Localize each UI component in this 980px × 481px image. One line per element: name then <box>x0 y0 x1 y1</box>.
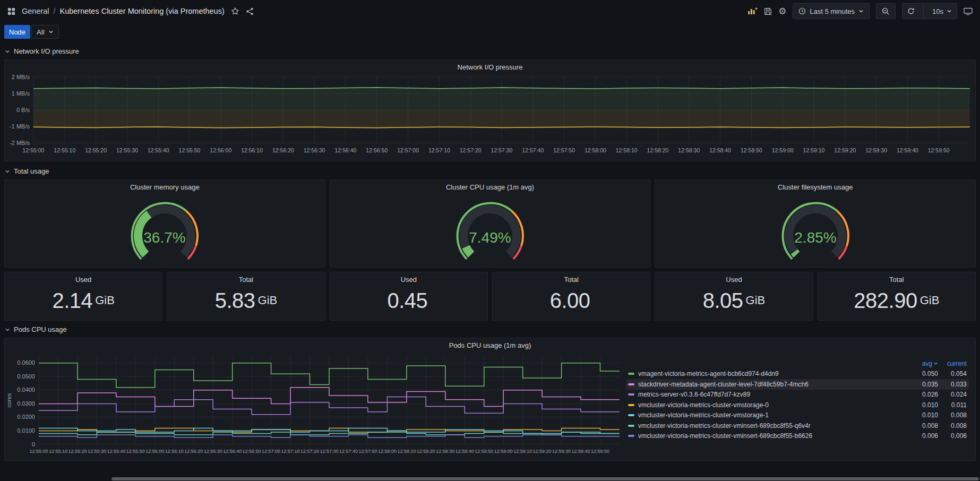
variable-value-dropdown[interactable]: All <box>31 25 58 39</box>
svg-text:7.49%: 7.49% <box>469 229 511 246</box>
row-header-total-usage[interactable]: Total usage <box>4 165 976 178</box>
memory-gauge[interactable]: 36.7% <box>101 194 228 267</box>
svg-text:12:59:10: 12:59:10 <box>513 449 532 454</box>
svg-text:12:59:00: 12:59:00 <box>772 147 794 153</box>
chevron-down-icon <box>858 8 864 14</box>
svg-text:12:56:40: 12:56:40 <box>335 147 357 153</box>
network-chart[interactable]: 12:55:0012:55:1012:55:2012:55:3012:55:40… <box>5 74 975 161</box>
panel-title[interactable]: Total <box>493 272 650 286</box>
stat-unit: GiB <box>258 294 278 307</box>
cpu-gauge[interactable]: 7.49% <box>426 194 554 267</box>
svg-text:12:56:30: 12:56:30 <box>204 449 222 454</box>
panel-cpu-total: Total 6.00 <box>492 272 650 321</box>
series-current: 0.006 <box>938 432 967 440</box>
series-color-swatch <box>628 404 634 406</box>
series-name[interactable]: vmagent-victoria-metrics-agent-bcb6cd974… <box>638 370 909 377</box>
clock-icon <box>798 7 806 15</box>
svg-text:0.0600: 0.0600 <box>17 359 35 366</box>
panel-title[interactable]: Cluster filesystem usage <box>655 180 975 194</box>
dashboard-title[interactable]: Kubernetes Cluster Monitoring (via Prome… <box>59 7 224 15</box>
share-icon[interactable] <box>246 7 254 15</box>
svg-text:12:57:30: 12:57:30 <box>320 449 338 454</box>
chevron-down-icon <box>4 168 11 175</box>
panel-title[interactable]: Used <box>330 272 487 286</box>
svg-text:12:58:10: 12:58:10 <box>397 449 416 454</box>
svg-text:12:57:40: 12:57:40 <box>522 147 544 153</box>
panel-title[interactable]: Used <box>655 272 812 286</box>
row-title: Total usage <box>14 167 49 175</box>
legend-sort-avg[interactable]: avg <box>909 360 938 367</box>
panel-title[interactable]: Cluster CPU usage (1m avg) <box>330 180 650 194</box>
refresh-button[interactable] <box>902 4 919 19</box>
star-icon[interactable] <box>231 7 239 15</box>
panel-title[interactable]: Total <box>818 272 975 286</box>
filesystem-gauge[interactable]: 2.85% <box>752 194 879 267</box>
series-color-swatch <box>628 414 634 416</box>
horizontal-scrollbar[interactable] <box>111 477 979 480</box>
panel-cluster-cpu-gauge: Cluster CPU usage (1m avg) 7.49% <box>330 179 651 268</box>
svg-text:0.0500: 0.0500 <box>17 373 35 380</box>
refresh-icon <box>907 7 915 15</box>
stat-unit: GiB <box>746 294 766 307</box>
series-color-swatch <box>628 373 634 375</box>
panel-memory-total: Total 5.83 GiB <box>167 272 325 321</box>
breadcrumb-separator: / <box>54 7 56 15</box>
panel-filesystem-used: Used 8.05 GiB <box>655 272 813 321</box>
panel-title[interactable]: Pods CPU usage (1m avg) <box>5 338 975 352</box>
svg-text:12:59:00: 12:59:00 <box>494 449 513 454</box>
svg-text:12:56:50: 12:56:50 <box>366 147 388 153</box>
series-current: 0.008 <box>938 422 967 430</box>
series-current: 0.011 <box>938 401 967 409</box>
apps-grid-icon[interactable] <box>7 7 15 15</box>
gauge-row: Cluster memory usage 36.7% Cluster CPU u… <box>4 179 976 268</box>
series-name[interactable]: vmcluster-victoria-metrics-cluster-vmins… <box>638 432 909 440</box>
zoom-out-button[interactable] <box>876 3 896 19</box>
panel-pods-cpu: Pods CPU usage (1m avg) 12:55:0012:55:10… <box>4 338 976 461</box>
series-avg: 0.010 <box>909 411 938 419</box>
svg-text:12:55:40: 12:55:40 <box>148 147 169 153</box>
row-header-network[interactable]: Network I/O pressure <box>4 45 976 58</box>
stat-value: 2.14 <box>52 289 92 313</box>
kiosk-mode-icon[interactable] <box>964 7 973 15</box>
pods-cpu-chart[interactable]: 12:55:0012:55:1012:55:2012:55:3012:55:40… <box>5 352 623 458</box>
svg-text:12:59:20: 12:59:20 <box>834 147 856 153</box>
save-dashboard-icon[interactable] <box>764 7 772 15</box>
svg-text:12:55:20: 12:55:20 <box>85 147 107 153</box>
add-panel-icon[interactable] <box>747 7 758 15</box>
pods-legend: avgcurrentvmagent-victoria-metrics-agent… <box>623 352 975 441</box>
svg-text:12:57:20: 12:57:20 <box>300 449 319 454</box>
svg-text:12:57:40: 12:57:40 <box>339 449 358 454</box>
series-name[interactable]: metrics-server-v0.3.6-6c47ffd7d7-kzv89 <box>638 391 909 398</box>
svg-text:12:57:10: 12:57:10 <box>428 147 450 153</box>
time-range-picker[interactable]: Last 5 minutes <box>793 3 870 19</box>
svg-text:12:55:50: 12:55:50 <box>179 147 201 153</box>
svg-text:12:55:30: 12:55:30 <box>116 147 138 153</box>
svg-text:12:59:30: 12:59:30 <box>865 147 887 153</box>
series-name[interactable]: vmcluster-victoria-metrics-cluster-vmsto… <box>638 401 909 409</box>
series-name[interactable]: stackdriver-metadata-agent-cluster-level… <box>638 381 909 388</box>
svg-text:12:56:10: 12:56:10 <box>241 147 263 153</box>
svg-text:12:58:50: 12:58:50 <box>741 147 762 153</box>
dashboard-settings-icon[interactable]: ⚙ <box>778 7 786 16</box>
svg-text:12:57:30: 12:57:30 <box>491 147 513 153</box>
panel-title[interactable]: Cluster memory usage <box>5 180 325 194</box>
legend-header: avgcurrent <box>626 358 969 369</box>
svg-text:12:57:10: 12:57:10 <box>281 449 300 454</box>
refresh-interval-dropdown[interactable]: 10s <box>927 4 957 19</box>
series-avg: 0.026 <box>909 391 938 398</box>
series-name[interactable]: vmcluster-victoria-metrics-cluster-vmsto… <box>638 411 909 419</box>
legend-sort-current[interactable]: current <box>938 360 967 367</box>
chevron-down-icon <box>4 48 11 55</box>
breadcrumb-folder[interactable]: General <box>22 7 49 15</box>
svg-text:12:57:00: 12:57:00 <box>262 449 280 454</box>
panel-title[interactable]: Network I/O pressure <box>5 60 975 74</box>
panel-title[interactable]: Used <box>5 272 162 286</box>
svg-text:12:59:50: 12:59:50 <box>928 147 950 153</box>
series-name[interactable]: vmcluster-victoria-metrics-cluster-vmins… <box>638 422 909 430</box>
row-header-pods-cpu[interactable]: Pods CPU usage <box>4 323 976 336</box>
variable-value: All <box>37 28 44 36</box>
panel-title[interactable]: Total <box>167 272 324 286</box>
svg-text:12:59:40: 12:59:40 <box>572 449 590 454</box>
svg-text:12:55:50: 12:55:50 <box>126 449 145 454</box>
variable-label: Node <box>4 25 30 39</box>
